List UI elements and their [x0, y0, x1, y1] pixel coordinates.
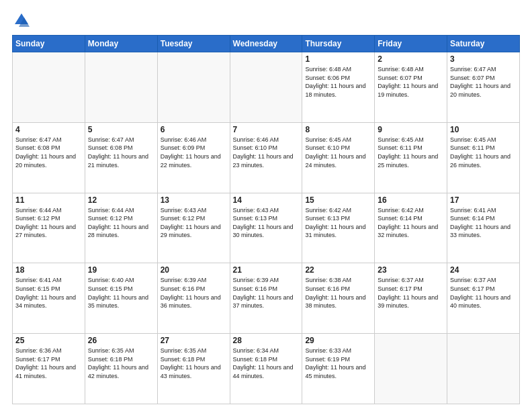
calendar-header-sunday: Sunday — [13, 36, 85, 52]
day-info: Sunrise: 6:35 AM Sunset: 6:18 PM Dayligh… — [161, 347, 227, 380]
day-info: Sunrise: 6:44 AM Sunset: 6:12 PM Dayligh… — [15, 206, 82, 240]
calendar-cell: 16Sunrise: 6:42 AM Sunset: 6:14 PM Dayli… — [375, 193, 447, 263]
day-number: 29 — [305, 336, 371, 345]
day-info: Sunrise: 6:37 AM Sunset: 6:17 PM Dayligh… — [450, 276, 517, 310]
calendar-header-friday: Friday — [375, 36, 447, 52]
day-number: 1 — [305, 54, 371, 64]
calendar-cell — [230, 52, 302, 123]
calendar-cell: 13Sunrise: 6:43 AM Sunset: 6:12 PM Dayli… — [157, 193, 230, 263]
calendar-week-4: 18Sunrise: 6:41 AM Sunset: 6:15 PM Dayli… — [13, 263, 520, 334]
calendar-header-tuesday: Tuesday — [157, 36, 230, 52]
day-number: 28 — [233, 336, 300, 345]
calendar-cell: 4Sunrise: 6:47 AM Sunset: 6:08 PM Daylig… — [13, 122, 85, 193]
calendar-cell: 1Sunrise: 6:48 AM Sunset: 6:06 PM Daylig… — [302, 52, 375, 123]
day-number: 14 — [233, 195, 300, 205]
calendar-cell: 18Sunrise: 6:41 AM Sunset: 6:15 PM Dayli… — [13, 263, 85, 334]
calendar-cell: 24Sunrise: 6:37 AM Sunset: 6:17 PM Dayli… — [447, 263, 520, 334]
calendar-header-row: SundayMondayTuesdayWednesdayThursdayFrid… — [13, 36, 520, 52]
day-info: Sunrise: 6:42 AM Sunset: 6:14 PM Dayligh… — [378, 206, 444, 240]
day-info: Sunrise: 6:33 AM Sunset: 6:19 PM Dayligh… — [305, 347, 371, 380]
day-number: 4 — [15, 125, 82, 134]
day-number: 11 — [15, 195, 82, 205]
day-info: Sunrise: 6:46 AM Sunset: 6:09 PM Dayligh… — [161, 136, 227, 169]
day-info: Sunrise: 6:46 AM Sunset: 6:10 PM Dayligh… — [233, 136, 300, 169]
calendar-cell: 22Sunrise: 6:38 AM Sunset: 6:16 PM Dayli… — [302, 263, 375, 334]
day-info: Sunrise: 6:36 AM Sunset: 6:17 PM Dayligh… — [15, 347, 82, 380]
day-number: 18 — [15, 265, 82, 275]
day-number: 25 — [15, 336, 82, 345]
day-info: Sunrise: 6:40 AM Sunset: 6:15 PM Dayligh… — [88, 276, 154, 310]
calendar-cell: 8Sunrise: 6:45 AM Sunset: 6:10 PM Daylig… — [302, 122, 375, 193]
day-info: Sunrise: 6:44 AM Sunset: 6:12 PM Dayligh… — [88, 206, 154, 240]
calendar-cell: 23Sunrise: 6:37 AM Sunset: 6:17 PM Dayli… — [375, 263, 447, 334]
day-number: 23 — [378, 265, 444, 275]
day-info: Sunrise: 6:48 AM Sunset: 6:06 PM Dayligh… — [305, 65, 371, 99]
day-info: Sunrise: 6:48 AM Sunset: 6:07 PM Dayligh… — [378, 65, 444, 99]
day-number: 9 — [378, 125, 444, 134]
day-number: 19 — [88, 265, 154, 275]
calendar-cell: 20Sunrise: 6:39 AM Sunset: 6:16 PM Dayli… — [157, 263, 230, 334]
logo-icon — [12, 11, 31, 30]
calendar-cell — [85, 52, 157, 123]
day-info: Sunrise: 6:45 AM Sunset: 6:11 PM Dayligh… — [378, 136, 444, 169]
day-info: Sunrise: 6:41 AM Sunset: 6:14 PM Dayligh… — [450, 206, 517, 240]
calendar-cell: 19Sunrise: 6:40 AM Sunset: 6:15 PM Dayli… — [85, 263, 157, 334]
calendar-week-3: 11Sunrise: 6:44 AM Sunset: 6:12 PM Dayli… — [13, 193, 520, 263]
day-info: Sunrise: 6:37 AM Sunset: 6:17 PM Dayligh… — [378, 276, 444, 310]
logo — [12, 11, 34, 30]
calendar-cell: 12Sunrise: 6:44 AM Sunset: 6:12 PM Dayli… — [85, 193, 157, 263]
calendar-cell: 10Sunrise: 6:45 AM Sunset: 6:11 PM Dayli… — [447, 122, 520, 193]
day-number: 13 — [161, 195, 227, 205]
day-info: Sunrise: 6:47 AM Sunset: 6:08 PM Dayligh… — [15, 136, 82, 169]
calendar-header-saturday: Saturday — [447, 36, 520, 52]
calendar-header-thursday: Thursday — [302, 36, 375, 52]
day-info: Sunrise: 6:42 AM Sunset: 6:13 PM Dayligh… — [305, 206, 371, 240]
day-number: 6 — [161, 125, 227, 134]
day-info: Sunrise: 6:39 AM Sunset: 6:16 PM Dayligh… — [233, 276, 300, 310]
day-number: 22 — [305, 265, 371, 275]
day-info: Sunrise: 6:38 AM Sunset: 6:16 PM Dayligh… — [305, 276, 371, 310]
calendar-cell: 7Sunrise: 6:46 AM Sunset: 6:10 PM Daylig… — [230, 122, 302, 193]
day-number: 3 — [450, 54, 517, 64]
day-info: Sunrise: 6:35 AM Sunset: 6:18 PM Dayligh… — [88, 347, 154, 380]
day-number: 21 — [233, 265, 300, 275]
calendar-cell: 3Sunrise: 6:47 AM Sunset: 6:07 PM Daylig… — [447, 52, 520, 123]
calendar-cell: 28Sunrise: 6:34 AM Sunset: 6:18 PM Dayli… — [230, 334, 302, 404]
day-number: 7 — [233, 125, 300, 134]
day-number: 8 — [305, 125, 371, 134]
calendar-cell: 25Sunrise: 6:36 AM Sunset: 6:17 PM Dayli… — [13, 334, 85, 404]
calendar-cell: 26Sunrise: 6:35 AM Sunset: 6:18 PM Dayli… — [85, 334, 157, 404]
calendar-week-1: 1Sunrise: 6:48 AM Sunset: 6:06 PM Daylig… — [13, 52, 520, 123]
calendar-table: SundayMondayTuesdayWednesdayThursdayFrid… — [12, 35, 520, 404]
calendar-cell: 17Sunrise: 6:41 AM Sunset: 6:14 PM Dayli… — [447, 193, 520, 263]
calendar-header-monday: Monday — [85, 36, 157, 52]
calendar-cell: 29Sunrise: 6:33 AM Sunset: 6:19 PM Dayli… — [302, 334, 375, 404]
day-number: 2 — [378, 54, 444, 64]
calendar-week-5: 25Sunrise: 6:36 AM Sunset: 6:17 PM Dayli… — [13, 334, 520, 404]
calendar-cell: 6Sunrise: 6:46 AM Sunset: 6:09 PM Daylig… — [157, 122, 230, 193]
day-number: 17 — [450, 195, 517, 205]
day-info: Sunrise: 6:45 AM Sunset: 6:10 PM Dayligh… — [305, 136, 371, 169]
day-info: Sunrise: 6:41 AM Sunset: 6:15 PM Dayligh… — [15, 276, 82, 310]
calendar-cell: 21Sunrise: 6:39 AM Sunset: 6:16 PM Dayli… — [230, 263, 302, 334]
calendar-cell — [447, 334, 520, 404]
day-info: Sunrise: 6:39 AM Sunset: 6:16 PM Dayligh… — [161, 276, 227, 310]
calendar-cell — [157, 52, 230, 123]
calendar-cell: 15Sunrise: 6:42 AM Sunset: 6:13 PM Dayli… — [302, 193, 375, 263]
calendar-cell: 9Sunrise: 6:45 AM Sunset: 6:11 PM Daylig… — [375, 122, 447, 193]
day-number: 10 — [450, 125, 517, 134]
calendar-cell: 27Sunrise: 6:35 AM Sunset: 6:18 PM Dayli… — [157, 334, 230, 404]
day-info: Sunrise: 6:43 AM Sunset: 6:12 PM Dayligh… — [161, 206, 227, 240]
day-number: 24 — [450, 265, 517, 275]
calendar-cell: 11Sunrise: 6:44 AM Sunset: 6:12 PM Dayli… — [13, 193, 85, 263]
day-info: Sunrise: 6:45 AM Sunset: 6:11 PM Dayligh… — [450, 136, 517, 169]
day-info: Sunrise: 6:47 AM Sunset: 6:07 PM Dayligh… — [450, 65, 517, 99]
day-number: 27 — [161, 336, 227, 345]
day-number: 20 — [161, 265, 227, 275]
day-info: Sunrise: 6:43 AM Sunset: 6:13 PM Dayligh… — [233, 206, 300, 240]
calendar-cell — [375, 334, 447, 404]
calendar-page: SundayMondayTuesdayWednesdayThursdayFrid… — [0, 0, 532, 411]
day-number: 12 — [88, 195, 154, 205]
calendar-cell: 14Sunrise: 6:43 AM Sunset: 6:13 PM Dayli… — [230, 193, 302, 263]
calendar-cell — [13, 52, 85, 123]
